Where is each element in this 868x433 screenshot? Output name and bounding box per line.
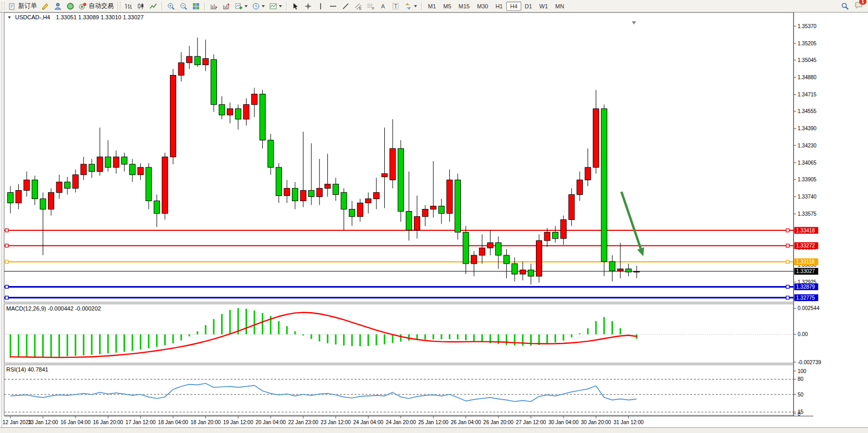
- candle-body: [398, 149, 404, 212]
- svg-text:1.33418: 1.33418: [796, 228, 815, 233]
- timeframe-m5[interactable]: M5: [439, 2, 455, 11]
- arrows-caret[interactable]: [414, 5, 417, 7]
- candle-body: [162, 157, 168, 213]
- new-order-button[interactable]: 新订单: [6, 1, 39, 11]
- hline-handle[interactable]: [5, 296, 8, 299]
- bar-chart-button[interactable]: [122, 1, 135, 11]
- svg-text:26 Jan 04:00: 26 Jan 04:00: [451, 419, 481, 425]
- svg-text:18 Jan 20:00: 18 Jan 20:00: [190, 419, 221, 425]
- trendline-button[interactable]: [339, 1, 352, 11]
- separator: [204, 2, 205, 10]
- svg-text:25 Jan 12:00: 25 Jan 12:00: [418, 419, 448, 425]
- candle-body: [365, 199, 371, 203]
- chart-canvas: 1.353701.352051.350451.348801.347151.345…: [0, 0, 868, 433]
- horizontal-line-button[interactable]: [327, 1, 339, 11]
- timeframe-w1[interactable]: W1: [536, 2, 552, 11]
- candle-body: [357, 203, 363, 216]
- candle-body: [609, 262, 615, 271]
- svg-text:1.34390: 1.34390: [798, 126, 817, 131]
- timeframe-m1[interactable]: M1: [424, 2, 439, 11]
- hline-handle[interactable]: [786, 260, 789, 263]
- toolbar-grip[interactable]: [117, 2, 120, 10]
- toolbar-grip[interactable]: [2, 2, 5, 10]
- hline-handle[interactable]: [5, 229, 8, 232]
- candle-body: [626, 269, 631, 272]
- vertical-line-button[interactable]: [314, 1, 327, 11]
- candle-body: [463, 232, 469, 264]
- candle-body: [89, 164, 95, 171]
- candle-body: [203, 58, 209, 65]
- templates-caret[interactable]: [279, 5, 282, 7]
- timeframe-m15[interactable]: M15: [455, 2, 473, 11]
- fibonacci-button[interactable]: F: [364, 1, 377, 11]
- periods-button[interactable]: [250, 1, 267, 11]
- line-chart-button[interactable]: [147, 1, 160, 11]
- svg-text:1.34880: 1.34880: [798, 75, 817, 80]
- svg-text:1.33118: 1.33118: [796, 259, 815, 265]
- candle-body: [268, 140, 274, 167]
- indicators-button[interactable]: [233, 1, 250, 11]
- hline-handle[interactable]: [786, 285, 789, 288]
- brush-icon: [41, 2, 50, 10]
- candle-body: [97, 157, 103, 171]
- candle-body: [235, 109, 241, 119]
- zoom-out-icon: [179, 2, 188, 10]
- cursor-icon: [291, 2, 300, 10]
- styler-button[interactable]: [39, 1, 52, 11]
- hline-handle[interactable]: [786, 296, 789, 299]
- search-icon[interactable]: [841, 2, 849, 10]
- autotrading-label: 自动交易: [89, 2, 114, 10]
- market-watch-button[interactable]: [64, 1, 77, 11]
- new-order-icon: [8, 2, 17, 10]
- templates-button[interactable]: [267, 1, 284, 11]
- zoom-out-button[interactable]: [177, 1, 190, 11]
- chart-dropdown-icon[interactable]: ▼: [7, 15, 11, 20]
- candle-body: [406, 212, 412, 230]
- equidistant-channel-button[interactable]: E: [352, 1, 364, 11]
- indicators-caret[interactable]: [244, 5, 248, 7]
- candle-body: [601, 109, 607, 262]
- horizontal-line-icon: [329, 2, 337, 10]
- quote-values: 1.33051 1.33089 1.33010 1.33027: [56, 14, 143, 20]
- timeframe-mn[interactable]: MN: [552, 2, 568, 11]
- tile-windows-button[interactable]: [190, 1, 202, 11]
- timeframe-h1[interactable]: H1: [492, 2, 506, 11]
- candle-body: [260, 94, 265, 140]
- hline-handle[interactable]: [786, 229, 789, 232]
- svg-text:100: 100: [798, 368, 806, 374]
- text-button[interactable]: A: [377, 1, 389, 11]
- periods-caret[interactable]: [262, 5, 265, 7]
- autotrading-button[interactable]: 自动交易: [77, 1, 116, 11]
- svg-text:1.34715: 1.34715: [798, 92, 817, 97]
- candle-body: [65, 182, 70, 188]
- notification-count-badge: 1: [859, 0, 866, 5]
- arrows-button[interactable]: [402, 1, 419, 11]
- candle-body: [113, 157, 119, 167]
- hline-handle[interactable]: [5, 285, 8, 288]
- cursor-button[interactable]: [289, 1, 302, 11]
- hline-handle[interactable]: [5, 260, 8, 263]
- chart-shift-button[interactable]: [220, 1, 233, 11]
- candle-body: [8, 192, 14, 203]
- zoom-in-icon: [167, 2, 175, 10]
- crosshair-icon: [304, 2, 312, 10]
- text-label-button[interactable]: T: [389, 1, 402, 11]
- crosshair-button[interactable]: [302, 1, 314, 11]
- hline-handle[interactable]: [786, 244, 789, 247]
- svg-text:0: 0: [798, 411, 801, 417]
- candle-body: [496, 243, 502, 255]
- svg-text:13 Jan 12:00: 13 Jan 12:00: [28, 419, 58, 425]
- profile-button[interactable]: [52, 1, 64, 11]
- zoom-in-button[interactable]: [165, 1, 177, 11]
- bar-chart-icon: [124, 2, 132, 10]
- timeframe-h4[interactable]: H4: [506, 2, 521, 11]
- candle-body: [333, 184, 339, 194]
- auto-scroll-button[interactable]: [207, 1, 220, 11]
- hline-handle[interactable]: [5, 244, 8, 247]
- svg-text:24 Jan 04:00: 24 Jan 04:00: [353, 419, 383, 425]
- timeframe-m30[interactable]: M30: [473, 2, 492, 11]
- notifications-button[interactable]: 1: [854, 1, 863, 11]
- candlestick-button[interactable]: [135, 1, 147, 11]
- svg-text:-0.002739: -0.002739: [798, 360, 821, 365]
- timeframe-d1[interactable]: D1: [521, 2, 536, 11]
